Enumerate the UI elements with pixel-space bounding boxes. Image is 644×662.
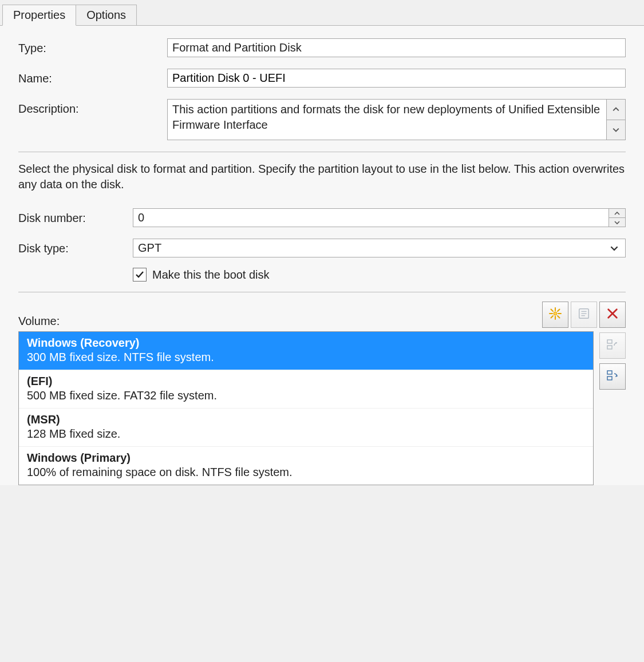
tabstrip: Properties Options — [0, 0, 644, 26]
tab-options-label: Options — [86, 9, 126, 21]
disk-number-input[interactable]: 0 — [133, 208, 609, 227]
spinner-up-button[interactable] — [609, 209, 625, 218]
row-disk-number: Disk number: 0 — [18, 208, 626, 227]
row-boot-checkbox: Make this the boot disk — [18, 263, 626, 282]
name-input[interactable] — [167, 69, 626, 88]
spinner-down-button[interactable] — [609, 218, 625, 227]
volume-label: Volume: — [18, 315, 60, 328]
description-scrollbar — [607, 99, 626, 140]
volume-item[interactable]: Windows (Primary)100% of remaining space… — [19, 447, 593, 485]
description-label: Description: — [18, 99, 167, 116]
volume-header: Volume: — [18, 302, 626, 328]
volume-item-subtitle: 300 MB fixed size. NTFS file system. — [27, 351, 585, 364]
description-textarea[interactable]: This action partitions and formats the d… — [167, 99, 607, 140]
tab-options[interactable]: Options — [76, 5, 137, 25]
scroll-up-button[interactable] — [607, 100, 625, 120]
svg-line-5 — [558, 316, 560, 318]
delete-volume-button[interactable] — [599, 302, 626, 328]
new-volume-button[interactable] — [542, 302, 568, 328]
divider-1 — [18, 152, 626, 152]
properties-panel: Properties Options Type: Format and Part… — [0, 0, 644, 485]
volume-side-tools — [599, 331, 626, 390]
tab-properties[interactable]: Properties — [2, 5, 76, 26]
type-field: Format and Partition Disk — [167, 38, 626, 57]
row-disk-type: Disk type: GPT — [18, 239, 626, 257]
svg-line-6 — [558, 309, 560, 311]
type-label: Type: — [18, 38, 167, 55]
volume-item-subtitle: 500 MB fixed size. FAT32 file system. — [27, 389, 585, 402]
move-down-icon — [606, 368, 619, 385]
svg-rect-16 — [607, 346, 612, 349]
boot-disk-checkbox[interactable] — [133, 268, 147, 282]
volume-area: Windows (Recovery)300 MB fixed size. NTF… — [18, 331, 626, 485]
svg-point-8 — [554, 312, 557, 315]
volume-item-title: Windows (Primary) — [27, 451, 585, 465]
svg-line-4 — [551, 309, 554, 311]
disk-type-select[interactable]: GPT — [133, 239, 626, 257]
svg-rect-15 — [607, 340, 612, 343]
disk-type-label: Disk type: — [18, 239, 133, 255]
scroll-down-button[interactable] — [607, 120, 625, 140]
instruction-text: Select the physical disk to format and p… — [18, 161, 626, 192]
divider-2 — [18, 292, 626, 292]
row-name: Name: — [18, 69, 626, 88]
properties-icon — [578, 307, 590, 323]
move-down-button[interactable] — [599, 363, 626, 390]
volume-toolbar — [542, 302, 626, 328]
panel-body: Type: Format and Partition Disk Name: De… — [0, 26, 644, 485]
disk-number-label: Disk number: — [18, 208, 133, 225]
volume-item[interactable]: (EFI)500 MB fixed size. FAT32 file syste… — [19, 370, 593, 409]
row-type: Type: Format and Partition Disk — [18, 38, 626, 57]
svg-rect-18 — [607, 376, 612, 380]
properties-volume-button[interactable] — [571, 302, 597, 328]
volume-item[interactable]: Windows (Recovery)300 MB fixed size. NTF… — [19, 332, 593, 370]
volume-item-title: (MSR) — [27, 413, 585, 426]
boot-disk-label: Make this the boot disk — [152, 268, 270, 282]
name-label: Name: — [18, 69, 167, 85]
volume-item-title: Windows (Recovery) — [27, 336, 585, 350]
volume-item-title: (EFI) — [27, 375, 585, 388]
row-description: Description: This action partitions and … — [18, 99, 626, 140]
volume-item[interactable]: (MSR)128 MB fixed size. — [19, 409, 593, 447]
volume-item-subtitle: 128 MB fixed size. — [27, 427, 585, 441]
delete-x-icon — [606, 307, 619, 323]
volume-list[interactable]: Windows (Recovery)300 MB fixed size. NTF… — [18, 331, 594, 485]
tab-properties-label: Properties — [13, 9, 65, 21]
svg-rect-17 — [607, 371, 612, 374]
volume-item-subtitle: 100% of remaining space on disk. NTFS fi… — [27, 466, 585, 479]
sunburst-icon — [548, 307, 562, 323]
disk-number-spinner — [609, 208, 626, 227]
move-up-button[interactable] — [599, 332, 626, 359]
move-up-icon — [606, 338, 619, 354]
svg-line-7 — [551, 316, 554, 318]
